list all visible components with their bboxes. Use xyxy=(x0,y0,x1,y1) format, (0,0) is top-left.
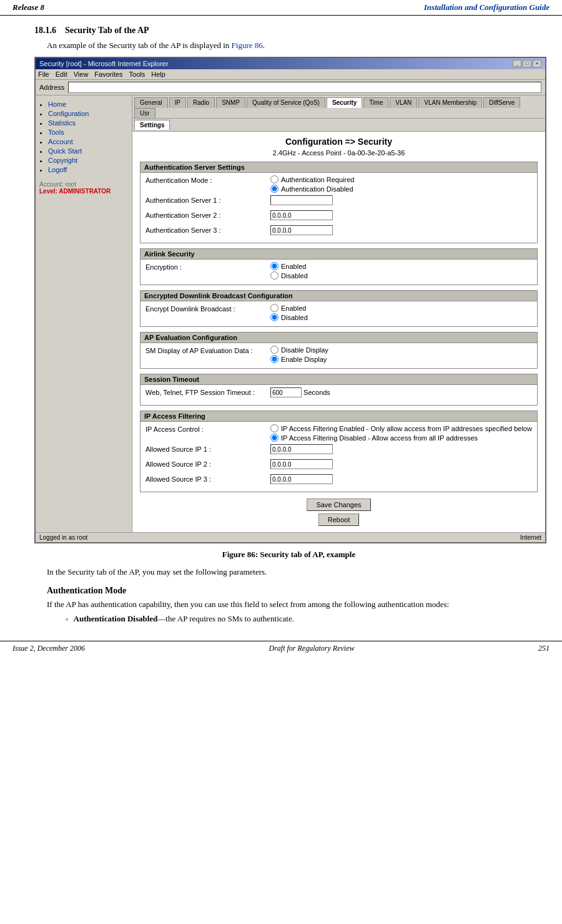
menu-file[interactable]: File xyxy=(38,71,49,78)
form-area: Configuration => Security 2.4GHz - Acces… xyxy=(132,132,545,532)
address-label: Address xyxy=(39,84,64,91)
session-timeout-section: Session Timeout Web, Telnet, FTP Session… xyxy=(140,374,538,406)
sidebar-item-account[interactable]: Account xyxy=(48,138,73,145)
auth-disabled-radio[interactable] xyxy=(270,185,279,193)
tab-ip[interactable]: IP xyxy=(169,97,186,108)
sm-display-label: SM Display of AP Evaluation Data : xyxy=(145,346,270,354)
auth-disabled-bullet: Authentication Disabled—the AP requires … xyxy=(66,613,531,626)
auth-disabled-option[interactable]: Authentication Disabled xyxy=(270,185,532,193)
allowed-src-ip3-input[interactable] xyxy=(270,474,333,484)
tab-usr[interactable]: Usr xyxy=(134,108,155,118)
allowed-src-ip1-input[interactable] xyxy=(270,444,333,454)
auth-server2-input[interactable] xyxy=(270,210,333,220)
intro-paragraph: An example of the Security tab of the AP… xyxy=(47,41,543,51)
tab-snmp[interactable]: SNMP xyxy=(216,97,245,108)
auth-mode-label: Authentication Mode : xyxy=(145,175,270,184)
guide-title: Installation and Configuration Guide xyxy=(424,2,550,12)
browser-window: Security [root] - Microsoft Internet Exp… xyxy=(34,57,546,543)
encrypt-downlink-row: Encrypt Downlink Broadcast : Enabled Dis… xyxy=(145,304,532,321)
encrypt-downlink-disabled-option[interactable]: Disabled xyxy=(270,313,532,321)
allowed-src-ip3-value xyxy=(270,474,532,484)
encrypt-downlink-disabled-radio[interactable] xyxy=(270,313,279,321)
auth-mode-subsection-body: If the AP has authentication capability,… xyxy=(47,598,531,611)
enable-display-radio[interactable] xyxy=(270,355,279,363)
minimize-button[interactable]: _ xyxy=(513,60,521,67)
session-timeout-input[interactable] xyxy=(270,387,302,397)
sm-display-value: Disable Display Enable Display xyxy=(270,346,532,363)
disable-display-radio[interactable] xyxy=(270,346,279,354)
sidebar-item-copyright[interactable]: Copyright xyxy=(48,157,77,164)
save-changes-button[interactable]: Save Changes xyxy=(307,498,370,511)
encrypt-downlink-label: Encrypt Downlink Broadcast : xyxy=(145,304,270,313)
menu-edit[interactable]: Edit xyxy=(56,71,67,78)
browser-titlebar: Security [root] - Microsoft Internet Exp… xyxy=(36,58,545,69)
allowed-src-ip2-label: Allowed Source IP 2 : xyxy=(145,459,270,468)
ip-filtering-enabled-radio[interactable] xyxy=(270,424,279,432)
session-timeout-body: Web, Telnet, FTP Session Timeout : Secon… xyxy=(140,385,537,405)
tab-security[interactable]: Security xyxy=(327,97,362,108)
tab-diffserve[interactable]: DiffServe xyxy=(483,97,520,108)
encryption-disabled-option[interactable]: Disabled xyxy=(270,271,532,280)
auth-server2-label: Authentication Server 2 : xyxy=(145,210,270,219)
subtab-settings[interactable]: Settings xyxy=(134,120,170,130)
ip-filtering-disabled-option[interactable]: IP Access Filtering Disabled - Allow acc… xyxy=(270,434,532,442)
tab-vlan-membership[interactable]: VLAN Membership xyxy=(418,97,482,108)
encryption-enabled-option[interactable]: Enabled xyxy=(270,262,532,270)
airlink-security-header: Airlink Security xyxy=(140,249,537,260)
section-heading: 18.1.6 Security Tab of the AP xyxy=(34,26,543,36)
maximize-button[interactable]: □ xyxy=(523,60,531,67)
auth-server1-value xyxy=(270,195,532,205)
footer-page: 251 xyxy=(538,644,550,653)
page-header: Release 8 Installation and Configuration… xyxy=(0,0,562,16)
sidebar-item-quickstart[interactable]: Quick Start xyxy=(48,147,82,155)
allowed-src-ip3-row: Allowed Source IP 3 : xyxy=(145,474,532,487)
footer-issue: Issue 2, December 2006 xyxy=(12,644,85,653)
airlink-security-body: Encryption : Enabled Disabled xyxy=(140,260,537,284)
encryption-enabled-radio[interactable] xyxy=(270,262,279,270)
tab-radio[interactable]: Radio xyxy=(187,97,215,108)
figure-link[interactable]: Figure 86 xyxy=(232,41,263,50)
menu-tools[interactable]: Tools xyxy=(129,71,145,78)
sidebar-item-configuration[interactable]: Configuration xyxy=(48,110,89,117)
tab-general[interactable]: General xyxy=(134,97,168,108)
auth-server3-input[interactable] xyxy=(270,225,333,235)
browser-title: Security [root] - Microsoft Internet Exp… xyxy=(39,60,169,67)
encrypt-downlink-enabled-radio[interactable] xyxy=(270,304,279,312)
auth-required-radio[interactable] xyxy=(270,175,279,183)
sidebar-item-tools[interactable]: Tools xyxy=(48,129,64,136)
auth-server3-label: Authentication Server 3 : xyxy=(145,225,270,234)
encrypt-downlink-enabled-option[interactable]: Enabled xyxy=(270,304,532,312)
disable-display-option[interactable]: Disable Display xyxy=(270,346,532,354)
close-button[interactable]: × xyxy=(533,60,541,67)
form-buttons: Save Changes Reboot xyxy=(140,497,538,527)
tab-qos[interactable]: Quality of Service (QoS) xyxy=(247,97,325,108)
encryption-disabled-radio[interactable] xyxy=(270,271,279,280)
ip-filtering-disabled-radio[interactable] xyxy=(270,434,279,442)
subtab-row: Settings xyxy=(132,119,545,132)
auth-server3-row: Authentication Server 3 : xyxy=(145,225,532,238)
ip-filtering-enabled-option[interactable]: IP Access Filtering Enabled - Only allow… xyxy=(270,424,532,432)
allowed-src-ip2-row: Allowed Source IP 2 : xyxy=(145,459,532,472)
encrypted-downlink-body: Encrypt Downlink Broadcast : Enabled Dis… xyxy=(140,301,537,326)
address-input[interactable] xyxy=(68,82,541,93)
auth-server1-input[interactable] xyxy=(270,195,333,205)
auth-server-section: Authentication Server Settings Authentic… xyxy=(140,162,538,243)
ap-eval-body: SM Display of AP Evaluation Data : Disab… xyxy=(140,343,537,368)
sidebar-item-logoff[interactable]: Logoff xyxy=(48,166,67,173)
ip-access-control-row: IP Access Control : IP Access Filtering … xyxy=(145,424,532,442)
menu-favorites[interactable]: Favorites xyxy=(94,71,122,78)
allowed-src-ip2-input[interactable] xyxy=(270,459,333,469)
reboot-button[interactable]: Reboot xyxy=(318,513,359,526)
sidebar-item-home[interactable]: Home xyxy=(48,100,66,108)
menu-help[interactable]: Help xyxy=(151,71,165,78)
sm-display-row: SM Display of AP Evaluation Data : Disab… xyxy=(145,346,532,363)
tab-vlan[interactable]: VLAN xyxy=(390,97,417,108)
session-timeout-row: Web, Telnet, FTP Session Timeout : Secon… xyxy=(145,387,532,400)
auth-required-option[interactable]: Authentication Required xyxy=(270,175,532,183)
tab-time[interactable]: Time xyxy=(363,97,388,108)
allowed-src-ip2-value xyxy=(270,459,532,469)
window-buttons: _ □ × xyxy=(513,60,541,67)
sidebar-item-statistics[interactable]: Statistics xyxy=(48,119,76,127)
menu-view[interactable]: View xyxy=(74,71,89,78)
enable-display-option[interactable]: Enable Display xyxy=(270,355,532,363)
